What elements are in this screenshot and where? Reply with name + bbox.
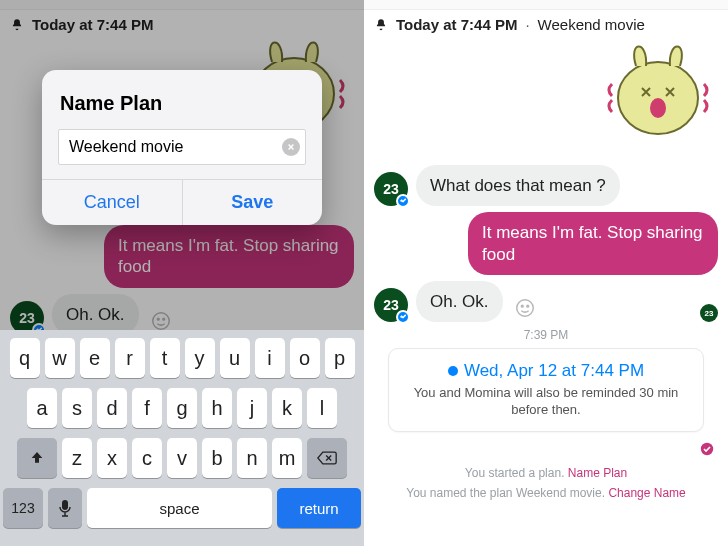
key-numbers[interactable]: 123 bbox=[3, 488, 43, 528]
key-i[interactable]: i bbox=[255, 338, 285, 378]
key-b[interactable]: b bbox=[202, 438, 232, 478]
name-plan-link[interactable]: Name Plan bbox=[568, 466, 627, 480]
header-time: Today at 7:44 PM bbox=[396, 16, 517, 33]
screenshot-left: Today at 7:44 PM It means I'm fat. Stop … bbox=[0, 0, 364, 546]
key-h[interactable]: h bbox=[202, 388, 232, 428]
read-receipt-avatar: 23 bbox=[700, 304, 718, 322]
messenger-badge-icon bbox=[396, 310, 410, 324]
key-q[interactable]: q bbox=[10, 338, 40, 378]
system-line-1: You started a plan. Name Plan bbox=[364, 466, 728, 480]
sticker-bunny[interactable] bbox=[598, 30, 718, 140]
key-d[interactable]: d bbox=[97, 388, 127, 428]
key-y[interactable]: y bbox=[185, 338, 215, 378]
save-button[interactable]: Save bbox=[183, 180, 323, 225]
clear-input-button[interactable] bbox=[282, 138, 300, 156]
messenger-badge-icon bbox=[396, 194, 410, 208]
key-c[interactable]: c bbox=[132, 438, 162, 478]
svg-point-10 bbox=[526, 305, 528, 307]
name-plan-dialog: Name Plan Cancel Save bbox=[42, 70, 322, 225]
key-w[interactable]: w bbox=[45, 338, 75, 378]
svg-point-7 bbox=[650, 98, 666, 118]
reminder-dot-icon bbox=[448, 366, 458, 376]
key-s[interactable]: s bbox=[62, 388, 92, 428]
message-received-1: 23 What does that mean ? bbox=[374, 165, 718, 206]
key-f[interactable]: f bbox=[132, 388, 162, 428]
key-z[interactable]: z bbox=[62, 438, 92, 478]
reminder-sent-check-icon bbox=[364, 442, 714, 460]
cancel-button[interactable]: Cancel bbox=[42, 180, 183, 225]
reminder-card[interactable]: Wed, Apr 12 at 7:44 PM You and Momina wi… bbox=[388, 348, 704, 432]
keyboard: q w e r t y u i o p a s d f g h j k l bbox=[0, 330, 364, 546]
key-return[interactable]: return bbox=[277, 488, 361, 528]
svg-point-9 bbox=[521, 305, 523, 307]
key-g[interactable]: g bbox=[167, 388, 197, 428]
key-o[interactable]: o bbox=[290, 338, 320, 378]
key-j[interactable]: j bbox=[237, 388, 267, 428]
key-r[interactable]: r bbox=[115, 338, 145, 378]
key-shift[interactable] bbox=[17, 438, 57, 478]
key-l[interactable]: l bbox=[307, 388, 337, 428]
timestamp: 7:39 PM bbox=[364, 328, 728, 342]
bubble-received[interactable]: Oh. Ok. bbox=[416, 281, 503, 322]
svg-rect-5 bbox=[62, 500, 68, 510]
plan-name-input[interactable] bbox=[58, 129, 306, 165]
key-n[interactable]: n bbox=[237, 438, 267, 478]
emoji-button[interactable] bbox=[511, 294, 539, 322]
key-v[interactable]: v bbox=[167, 438, 197, 478]
key-t[interactable]: t bbox=[150, 338, 180, 378]
key-mic[interactable] bbox=[48, 488, 82, 528]
change-name-link[interactable]: Change Name bbox=[608, 486, 685, 500]
key-a[interactable]: a bbox=[27, 388, 57, 428]
bubble-received[interactable]: What does that mean ? bbox=[416, 165, 620, 206]
header-sep: · bbox=[525, 16, 529, 33]
avatar[interactable]: 23 bbox=[374, 172, 408, 206]
key-u[interactable]: u bbox=[220, 338, 250, 378]
svg-point-8 bbox=[516, 300, 533, 317]
reminder-body: You and Momina will also be reminded 30 … bbox=[403, 385, 689, 419]
key-k[interactable]: k bbox=[272, 388, 302, 428]
keyboard-row-4: 123 space return bbox=[3, 488, 361, 528]
bubble-sent[interactable]: It means I'm fat. Stop sharing food bbox=[468, 212, 718, 275]
key-space[interactable]: space bbox=[87, 488, 272, 528]
keyboard-row-1: q w e r t y u i o p bbox=[3, 338, 361, 378]
avatar[interactable]: 23 bbox=[374, 288, 408, 322]
message-sent: It means I'm fat. Stop sharing food bbox=[374, 212, 718, 275]
key-e[interactable]: e bbox=[80, 338, 110, 378]
system-line-2: You named the plan Weekend movie. Change… bbox=[364, 486, 728, 500]
reminder-title: Wed, Apr 12 at 7:44 PM bbox=[464, 361, 644, 381]
keyboard-row-3: z x c v b n m bbox=[3, 438, 361, 478]
bell-icon bbox=[374, 18, 388, 32]
status-bar bbox=[364, 0, 728, 10]
key-x[interactable]: x bbox=[97, 438, 127, 478]
dialog-title: Name Plan bbox=[58, 88, 306, 129]
screenshot-right: Today at 7:44 PM · Weekend movie 23 Wh bbox=[364, 0, 728, 546]
key-m[interactable]: m bbox=[272, 438, 302, 478]
keyboard-row-2: a s d f g h j k l bbox=[3, 388, 361, 428]
key-backspace[interactable] bbox=[307, 438, 347, 478]
key-p[interactable]: p bbox=[325, 338, 355, 378]
message-received-2: 23 Oh. Ok. 23 bbox=[374, 281, 718, 322]
